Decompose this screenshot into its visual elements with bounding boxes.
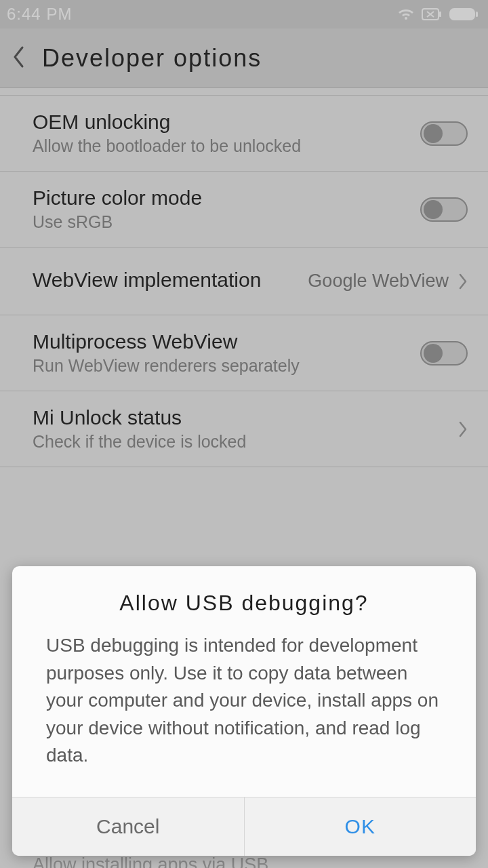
ok-button[interactable]: OK bbox=[245, 797, 476, 856]
dialog-actions: Cancel OK bbox=[12, 797, 476, 856]
row-oem-unlocking[interactable]: OEM unlocking Allow the bootloader to be… bbox=[0, 95, 488, 172]
row-picture-color-mode[interactable]: Picture color mode Use sRGB bbox=[0, 172, 488, 248]
wifi-icon bbox=[397, 7, 415, 21]
status-time: 6:44 PM bbox=[7, 5, 72, 24]
toggle-picture-color-mode[interactable] bbox=[420, 197, 468, 222]
row-title: Multiprocess WebView bbox=[33, 330, 420, 353]
dialog-body: USB debugging is intended for developmen… bbox=[12, 628, 476, 797]
page-title: Developer options bbox=[42, 44, 262, 73]
row-title: Picture color mode bbox=[33, 186, 420, 210]
row-title: OEM unlocking bbox=[33, 111, 420, 134]
cancel-button[interactable]: Cancel bbox=[12, 797, 245, 856]
status-bar: 6:44 PM bbox=[0, 0, 488, 28]
row-subtitle: Run WebView renderers separately bbox=[33, 356, 420, 376]
row-webview-implementation[interactable]: WebView implementation Google WebView bbox=[0, 248, 488, 315]
battery-x-icon bbox=[422, 8, 442, 20]
svg-rect-2 bbox=[449, 8, 475, 20]
row-multiprocess-webview[interactable]: Multiprocess WebView Run WebView rendere… bbox=[0, 315, 488, 391]
row-title: WebView implementation bbox=[33, 269, 308, 292]
row-subtitle: Check if the device is locked bbox=[33, 432, 458, 452]
back-icon[interactable] bbox=[12, 45, 26, 71]
chevron-right-icon bbox=[458, 420, 468, 438]
settings-list: OEM unlocking Allow the bootloader to be… bbox=[0, 95, 488, 467]
row-peek: Allow installing apps via USB bbox=[0, 856, 488, 868]
header: Developer options bbox=[0, 28, 488, 88]
chevron-right-icon bbox=[458, 273, 468, 290]
status-icons bbox=[397, 7, 479, 21]
dialog-title: Allow USB debugging? bbox=[12, 566, 476, 628]
toggle-oem-unlocking[interactable] bbox=[420, 121, 468, 146]
svg-rect-1 bbox=[439, 12, 441, 17]
row-subtitle: Allow the bootloader to be unlocked bbox=[33, 136, 420, 156]
row-mi-unlock-status[interactable]: Mi Unlock status Check if the device is … bbox=[0, 391, 488, 467]
svg-rect-3 bbox=[476, 12, 478, 17]
row-subtitle: Use sRGB bbox=[33, 212, 420, 232]
row-value: Google WebView bbox=[308, 271, 449, 292]
battery-icon bbox=[449, 7, 479, 21]
row-title: Mi Unlock status bbox=[33, 406, 458, 429]
toggle-multiprocess-webview[interactable] bbox=[420, 341, 468, 366]
usb-debugging-dialog: Allow USB debugging? USB debugging is in… bbox=[12, 566, 476, 856]
